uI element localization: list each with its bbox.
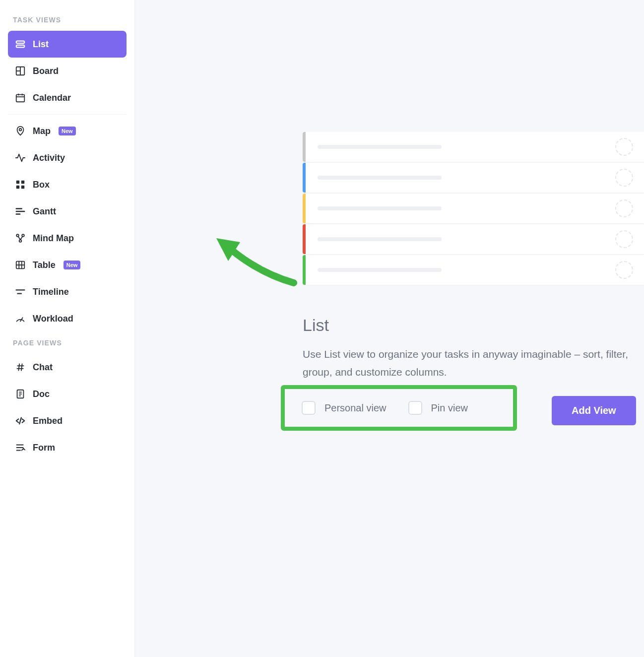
- code-icon: [15, 415, 26, 426]
- main-panel: List Use List view to organize your task…: [135, 0, 644, 657]
- nav-item-timeline[interactable]: Timeline: [8, 278, 127, 305]
- nav-item-doc[interactable]: Doc: [8, 381, 127, 407]
- nav-item-embed[interactable]: Embed: [8, 407, 127, 434]
- new-badge: New: [59, 127, 76, 135]
- nav-item-label: Board: [33, 66, 59, 76]
- form-icon: [15, 442, 26, 453]
- grid-icon: [15, 179, 26, 190]
- color-stripe: [303, 194, 306, 223]
- calendar-icon: [15, 92, 26, 103]
- preview-row: [303, 224, 644, 254]
- doc-icon: [15, 389, 26, 399]
- svg-rect-1: [16, 45, 25, 48]
- sidebar: TASK VIEWS List Board: [0, 0, 135, 657]
- checkbox-pin-view[interactable]: Pin view: [408, 401, 468, 415]
- svg-rect-5: [16, 95, 25, 102]
- divider: [8, 114, 127, 115]
- nav-item-label: Doc: [33, 389, 50, 399]
- annotation-arrow-icon: [214, 233, 304, 293]
- view-options-highlight: Personal view Pin view: [281, 385, 517, 431]
- pulse-icon: [15, 152, 26, 163]
- section-label-page-views: PAGE VIEWS: [8, 332, 127, 354]
- nav-item-label: Mind Map: [33, 233, 74, 244]
- svg-rect-13: [21, 186, 24, 189]
- color-stripe: [303, 255, 306, 285]
- placeholder-line: [318, 176, 442, 180]
- nav-item-label: Box: [33, 180, 50, 190]
- section-label-task-views: TASK VIEWS: [8, 9, 127, 31]
- svg-line-30: [21, 364, 22, 371]
- preview-row: [303, 194, 644, 223]
- checkbox-box: [302, 401, 316, 415]
- nav-item-label: Timeline: [33, 287, 69, 297]
- map-pin-icon: [15, 126, 26, 136]
- view-detail-description: Use List view to organize your tasks in …: [303, 345, 630, 381]
- mindmap-icon: [15, 233, 26, 244]
- nav-item-label: Calendar: [33, 93, 71, 103]
- nav-item-workload[interactable]: Workload: [8, 305, 127, 332]
- checkbox-personal-view[interactable]: Personal view: [302, 401, 386, 415]
- color-stripe: [303, 224, 306, 254]
- svg-point-19: [19, 240, 22, 242]
- placeholder-line: [318, 237, 442, 241]
- nav-item-box[interactable]: Box: [8, 171, 127, 198]
- nav-item-list[interactable]: List: [8, 31, 127, 58]
- list-preview: [303, 132, 644, 286]
- new-badge: New: [64, 261, 81, 269]
- checkbox-box: [408, 401, 422, 415]
- nav-item-form[interactable]: Form: [8, 434, 127, 461]
- nav-item-calendar[interactable]: Calendar: [8, 84, 127, 111]
- color-stripe: [303, 132, 306, 162]
- nav-item-label: Form: [33, 443, 55, 453]
- nav-item-board[interactable]: Board: [8, 58, 127, 84]
- nav-item-label: Table: [33, 260, 56, 270]
- placeholder-line: [318, 268, 442, 272]
- gantt-icon: [15, 206, 26, 217]
- board-icon: [15, 66, 26, 76]
- nav-item-label: Embed: [33, 416, 63, 426]
- svg-line-29: [18, 364, 19, 371]
- placeholder-line: [318, 206, 442, 210]
- table-icon: [15, 260, 26, 270]
- svg-rect-0: [16, 41, 25, 44]
- view-detail-title: List: [303, 316, 329, 335]
- svg-line-35: [19, 418, 21, 424]
- nav-item-label: Activity: [33, 153, 65, 163]
- nav-item-label: List: [33, 39, 49, 50]
- nav-item-map[interactable]: Map New: [8, 118, 127, 144]
- color-stripe: [303, 163, 306, 193]
- nav-item-chat[interactable]: Chat: [8, 354, 127, 381]
- placeholder-circle: [615, 138, 633, 156]
- placeholder-circle: [615, 199, 633, 217]
- placeholder-circle: [615, 230, 633, 248]
- svg-point-9: [19, 129, 22, 131]
- preview-row: [303, 163, 644, 193]
- checkbox-label: Pin view: [431, 402, 468, 414]
- svg-rect-10: [16, 181, 19, 184]
- hash-icon: [15, 362, 26, 373]
- preview-row: [303, 132, 644, 162]
- gauge-icon: [15, 313, 26, 324]
- nav-item-label: Workload: [33, 314, 73, 324]
- nav-item-table[interactable]: Table New: [8, 252, 127, 278]
- placeholder-line: [318, 145, 442, 149]
- nav-item-mindmap[interactable]: Mind Map: [8, 225, 127, 252]
- svg-rect-12: [16, 186, 19, 189]
- nav-item-label: Chat: [33, 362, 53, 373]
- nav-item-activity[interactable]: Activity: [8, 144, 127, 171]
- checkbox-label: Personal view: [324, 402, 386, 414]
- add-view-button[interactable]: Add View: [552, 396, 636, 425]
- placeholder-circle: [615, 261, 633, 279]
- preview-row: [303, 255, 644, 285]
- timeline-icon: [15, 286, 26, 297]
- list-icon: [15, 39, 26, 50]
- nav-item-label: Map: [33, 126, 51, 136]
- nav-item-gantt[interactable]: Gantt: [8, 198, 127, 225]
- nav-item-label: Gantt: [33, 206, 56, 217]
- placeholder-circle: [615, 169, 633, 187]
- svg-marker-39: [216, 238, 240, 261]
- svg-rect-11: [21, 181, 24, 184]
